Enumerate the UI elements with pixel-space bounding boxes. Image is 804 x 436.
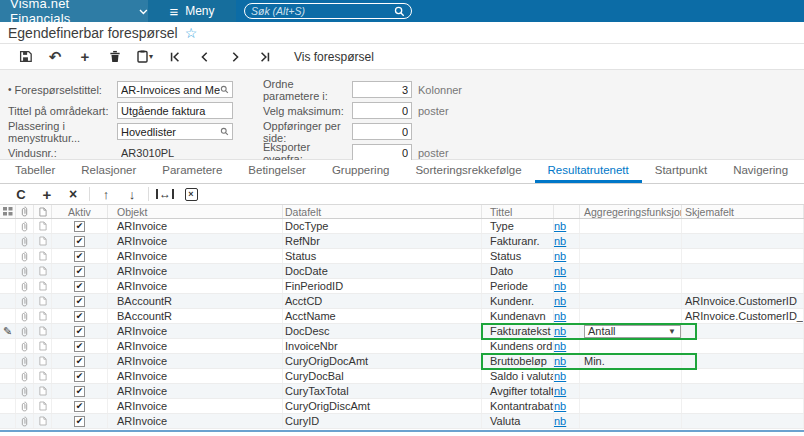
parameters-columns-field[interactable] [352,81,412,98]
cell-objekt[interactable]: ARInvoice [108,264,283,278]
cell-objekt[interactable]: ARInvoice [108,339,283,353]
cell-tittel[interactable]: Fakturanr. [482,234,554,248]
cell-objekt[interactable]: ARInvoice [108,369,283,383]
tab-relasjoner[interactable]: Relasjoner [68,160,149,183]
cell-datafelt[interactable]: FinPeriodID [283,279,482,293]
row-attachment-cell[interactable] [16,339,34,353]
cell-aggregering[interactable]: ▼ [580,234,682,248]
sitemap-title-input[interactable] [121,105,229,117]
cell-skjemafelt[interactable] [682,339,804,353]
tab-startpunkt[interactable]: Startpunkt [642,160,720,183]
cell-tittel[interactable]: Kontantrabatt [482,399,554,413]
cell-skjemafelt[interactable] [682,234,804,248]
cell-aggregering[interactable]: Antall Antall▼ [580,324,682,338]
translation-link[interactable]: nb [554,385,566,397]
row-note-cell[interactable] [34,414,52,428]
row-attachment-cell[interactable] [16,399,34,413]
notes-column-header[interactable] [34,205,52,218]
tab-parametere[interactable]: Parametere [149,160,235,183]
tab-sorteringsrekkefolge[interactable]: Sorteringsrekkefølge [402,160,534,183]
save-button[interactable] [10,47,40,67]
table-row[interactable]: ✎ ✔ BAccountR AcctCD Kundenr. nb ▼ ARInv… [0,294,804,309]
cell-aggregering[interactable]: ▼ [580,264,682,278]
row-note-cell[interactable] [34,339,52,353]
cell-datafelt[interactable]: CuryDocBal [283,369,482,383]
cell-skjemafelt[interactable] [682,399,804,413]
aktiv-checkbox[interactable]: ✔ [74,281,85,292]
row-note-cell[interactable] [34,294,52,308]
records-per-page-input[interactable] [353,124,411,139]
cell-tittel[interactable]: Periode [482,279,554,293]
row-attachment-cell[interactable] [16,234,34,248]
menu-button[interactable]: ≡ Meny [148,0,236,22]
cell-objekt[interactable]: BAccountR [108,294,283,308]
aktiv-checkbox[interactable]: ✔ [74,416,85,427]
move-row-down-button[interactable]: ↓ [119,185,145,203]
records-per-page-field[interactable] [352,123,412,140]
cell-objekt[interactable]: ARInvoice [108,324,283,338]
cell-datafelt[interactable]: DocDesc [283,324,482,338]
cell-tittel[interactable]: Status [482,249,554,263]
cell-tittel[interactable]: Fakturatekst [482,324,554,338]
tab-navigering[interactable]: Navigering [720,160,801,183]
cell-skjemafelt[interactable] [682,249,804,263]
translation-link[interactable]: nb [554,355,566,367]
translation-link[interactable]: nb [554,220,566,232]
cell-datafelt[interactable]: CuryOrigDocAmt [283,354,482,368]
row-note-cell[interactable] [34,249,52,263]
select-top-input[interactable] [353,103,411,118]
row-note-cell[interactable] [34,234,52,248]
cell-aggregering[interactable]: ▼ [580,219,682,233]
cell-objekt[interactable]: ARInvoice [108,219,283,233]
lookup-magnifier-icon[interactable] [220,127,229,136]
row-attachment-cell[interactable] [16,354,34,368]
export-top-input[interactable] [353,145,411,160]
cell-datafelt[interactable]: Status [283,249,482,263]
last-record-button[interactable] [250,47,280,67]
table-row[interactable]: ✎ ✔ ARInvoice Status Status nb ▼ [0,249,804,264]
cell-aggregering[interactable]: Min. Min.▼ [580,354,682,368]
tab-tabeller[interactable]: Tabeller [2,160,68,183]
cell-tittel[interactable]: Type [482,219,554,233]
add-record-button[interactable]: + [70,47,100,67]
fit-width-button[interactable]: ↔ [152,185,178,203]
row-attachment-cell[interactable] [16,264,34,278]
cell-objekt[interactable]: ARInvoice [108,279,283,293]
menu-location-input[interactable] [121,126,220,138]
aktiv-checkbox[interactable]: ✔ [74,386,85,397]
translation-link[interactable]: nb [554,265,566,277]
header-aktiv[interactable]: Aktiv [52,205,108,218]
cell-skjemafelt[interactable] [682,279,804,293]
delete-row-button[interactable]: × [60,185,86,203]
translation-link[interactable]: nb [554,250,566,262]
table-row[interactable]: ✎ ✔ BAccountR AcctName Kundenavn nb ▼ AR… [0,309,804,324]
row-attachment-cell[interactable] [16,279,34,293]
table-row[interactable]: ✎ ✔ ARInvoice CuryDocBal Saldo i valuta … [0,369,804,384]
cell-skjemafelt[interactable] [682,354,804,368]
menu-location-field[interactable] [117,123,233,140]
table-row[interactable]: ✎ ✔ ARInvoice DocDate Dato nb ▼ [0,264,804,279]
row-note-cell[interactable] [34,279,52,293]
aktiv-checkbox[interactable]: ✔ [74,341,85,352]
table-row[interactable]: ✎ ✔ ARInvoice DocDesc Fakturatekst nb An… [0,324,804,339]
attachments-column-header[interactable] [16,205,34,218]
cell-objekt[interactable]: BAccountR [108,309,283,323]
cell-aggregering[interactable]: ▼ [580,279,682,293]
cell-objekt[interactable]: ARInvoice [108,414,283,428]
tab-gruppering[interactable]: Gruppering [319,160,403,183]
aktiv-checkbox[interactable]: ✔ [74,266,85,277]
cell-objekt[interactable]: ARInvoice [108,384,283,398]
row-attachment-cell[interactable] [16,324,34,338]
row-note-cell[interactable] [34,324,52,338]
header-language[interactable] [554,205,580,218]
previous-record-button[interactable] [190,47,220,67]
cell-skjemafelt[interactable] [682,264,804,278]
cell-datafelt[interactable]: RefNbr [283,234,482,248]
column-settings-header[interactable] [0,205,16,218]
cell-tittel[interactable]: Kundenavn [482,309,554,323]
header-aggregeringsfunksjon[interactable]: Aggregeringsfunksjon [580,205,682,218]
aktiv-checkbox[interactable]: ✔ [74,401,85,412]
cell-skjemafelt[interactable] [682,324,804,338]
cell-objekt[interactable]: ARInvoice [108,399,283,413]
translation-link[interactable]: nb [554,235,566,247]
